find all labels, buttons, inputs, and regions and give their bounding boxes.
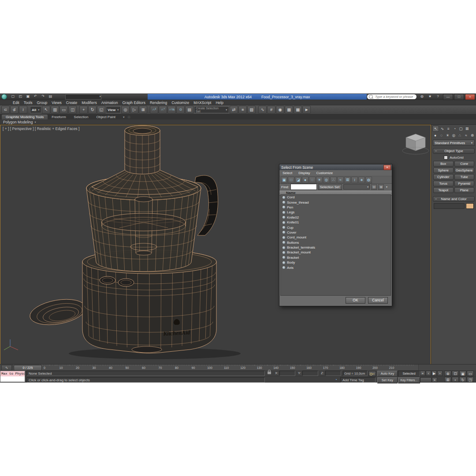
- primitives-dropdown[interactable]: Standard Primitives ▼: [433, 140, 475, 146]
- dialog-menu-display[interactable]: Display: [295, 171, 313, 175]
- primitive-button-sphere[interactable]: Sphere: [433, 167, 454, 173]
- selection-set-button[interactable]: Selection Set:: [318, 184, 342, 190]
- category-cameras-icon[interactable]: ◎: [451, 133, 457, 138]
- primitive-button-cone[interactable]: Cone: [454, 161, 475, 167]
- tab-graphite-modeling-tools[interactable]: Graphite Modeling Tools: [2, 115, 48, 119]
- scene-object-row[interactable]: Cup: [281, 225, 390, 230]
- scene-object-row[interactable]: Bracket: [281, 255, 390, 260]
- scene-object-row[interactable]: Axis: [281, 265, 390, 270]
- scene-object-row[interactable]: Bracket_terminals: [281, 245, 390, 250]
- menu-graph-editors[interactable]: Graph Editors: [120, 100, 147, 105]
- scene-object-row[interactable]: Knife02: [281, 215, 390, 220]
- use-pivot-center-icon[interactable]: ◎: [121, 106, 130, 114]
- viewport-label[interactable]: [ + ] [ Perspective ] [ Realistic + Edge…: [3, 126, 79, 131]
- category-systems-icon[interactable]: ⊛: [469, 133, 475, 138]
- reference-coordinate-dropdown[interactable]: View▼: [106, 106, 121, 113]
- menu-modifiers[interactable]: Modifiers: [79, 100, 99, 105]
- display-hidden-icon[interactable]: ◍: [365, 177, 372, 183]
- x-coordinate-field[interactable]: [279, 371, 295, 376]
- cancel-button[interactable]: Cancel: [368, 297, 388, 304]
- project-folder-icon[interactable]: ▤: [47, 94, 54, 99]
- menu-views[interactable]: Views: [49, 100, 64, 105]
- display-shapes-icon[interactable]: ◌: [309, 177, 316, 183]
- material-editor-icon[interactable]: ◉: [276, 106, 284, 114]
- select-and-manipulate-icon[interactable]: ▷: [130, 106, 138, 114]
- minimize-button[interactable]: —: [443, 94, 453, 100]
- selection-set-remove-icon[interactable]: ⊟: [371, 184, 377, 190]
- field-of-view-icon[interactable]: ▭: [467, 371, 474, 376]
- category-spacewarps-icon[interactable]: ≈: [463, 133, 469, 138]
- named-selection-set-field[interactable]: Create Selection Set▼: [194, 106, 229, 113]
- object-name-input[interactable]: [434, 203, 465, 209]
- scene-object-row[interactable]: Bracket_mount: [281, 250, 390, 255]
- find-input[interactable]: [290, 184, 317, 190]
- listener-line[interactable]: [0, 376, 25, 382]
- scene-object-row[interactable]: Buttons: [281, 240, 390, 245]
- maximize-button[interactable]: □: [454, 94, 464, 100]
- tab-create-icon[interactable]: ↖: [432, 126, 439, 132]
- align-icon[interactable]: ≡: [238, 106, 247, 114]
- column-chooser-icon[interactable]: ▼: [386, 186, 388, 188]
- select-by-name-icon[interactable]: ▥: [51, 106, 59, 114]
- snaps-toggle-icon[interactable]: ∩³: [150, 106, 158, 114]
- set-keys-button[interactable]: [368, 371, 376, 376]
- maxscript-mini-listener[interactable]: Max to Physc.: [0, 371, 25, 382]
- bind-to-spacewarp-icon[interactable]: ≀: [19, 106, 27, 114]
- rendered-frame-window-icon[interactable]: ▦: [294, 106, 302, 114]
- menu-edit[interactable]: Edit: [11, 100, 22, 105]
- dialog-menu-select[interactable]: Select: [279, 171, 295, 175]
- select-and-link-icon[interactable]: ⊂: [1, 106, 10, 114]
- menu-tools[interactable]: Tools: [22, 100, 35, 105]
- ribbon-pin-icon[interactable]: □: [128, 115, 130, 119]
- rollout-name-color[interactable]: − Name and Color: [433, 196, 475, 202]
- zoom-all-icon[interactable]: ⊡: [452, 371, 459, 376]
- orbit-icon[interactable]: ↻: [459, 377, 466, 382]
- z-coordinate-field[interactable]: [325, 371, 341, 376]
- zoom-icon[interactable]: ⊕: [444, 371, 451, 376]
- tab-motion-icon[interactable]: ◔: [452, 126, 457, 131]
- key-mode-dropdown[interactable]: Selected: [398, 371, 420, 377]
- panel-polygon-modeling[interactable]: Polygon Modeling: [3, 120, 33, 124]
- new-scene-icon[interactable]: ▢: [10, 94, 16, 99]
- scene-object-row[interactable]: Pen: [281, 205, 390, 210]
- category-lights-icon[interactable]: ☀: [445, 133, 450, 138]
- menu-create[interactable]: Create: [64, 100, 80, 105]
- display-groups-icon[interactable]: ⊞: [344, 177, 351, 183]
- scene-object-row[interactable]: Screw_thread: [281, 200, 390, 205]
- layer-manager-icon[interactable]: ▧: [247, 106, 256, 114]
- auto-key-button[interactable]: Auto Key: [377, 371, 398, 377]
- scene-object-row[interactable]: Cord: [281, 195, 390, 200]
- rollout-object-type[interactable]: − Object Type: [433, 148, 475, 154]
- viewcube[interactable]: [402, 134, 429, 154]
- select-invert-icon[interactable]: ◪: [295, 177, 301, 183]
- titlebar-dropdown[interactable]: ▾: [65, 94, 101, 100]
- previous-frame-button[interactable]: ‹: [426, 371, 431, 376]
- render-setup-icon[interactable]: ▩: [285, 106, 293, 114]
- redo-icon[interactable]: ↷: [40, 94, 46, 99]
- tab-modify-icon[interactable]: ∿: [439, 126, 445, 131]
- window-crossing-icon[interactable]: ◫: [68, 106, 77, 114]
- mirror-icon[interactable]: ⇄: [230, 106, 238, 114]
- scene-object-row[interactable]: Knife01: [281, 220, 390, 225]
- scene-object-row[interactable]: Cover: [281, 230, 390, 235]
- 3dsmax-logo-icon[interactable]: [1, 94, 7, 100]
- select-none-icon[interactable]: □: [288, 177, 294, 183]
- help-icon[interactable]: ?: [435, 94, 441, 99]
- display-bones-icon[interactable]: ≀: [351, 177, 358, 183]
- primitive-button-teapot[interactable]: Teapot: [433, 187, 454, 193]
- primitive-button-cylinder[interactable]: Cylinder: [433, 174, 454, 180]
- time-ruler[interactable]: 0102030405060708090100110120130140150160…: [12, 364, 419, 371]
- tab-selection[interactable]: Selection: [70, 115, 93, 119]
- open-file-icon[interactable]: ◰: [17, 94, 24, 99]
- category-geometry-icon[interactable]: ●: [432, 133, 438, 138]
- maximize-viewport-icon[interactable]: ◳: [467, 377, 474, 382]
- save-file-icon[interactable]: ▣: [25, 94, 31, 99]
- undo-icon[interactable]: ↶: [32, 94, 39, 99]
- go-to-start-button[interactable]: «: [420, 371, 425, 376]
- next-frame-button[interactable]: ›: [437, 371, 443, 376]
- percent-snap-icon[interactable]: ∩%: [167, 106, 176, 114]
- display-frozen-icon[interactable]: ∗: [358, 177, 365, 183]
- ok-button[interactable]: OK: [346, 297, 365, 304]
- favorites-icon[interactable]: ★: [427, 94, 433, 99]
- display-lights-icon[interactable]: ☀: [316, 177, 323, 183]
